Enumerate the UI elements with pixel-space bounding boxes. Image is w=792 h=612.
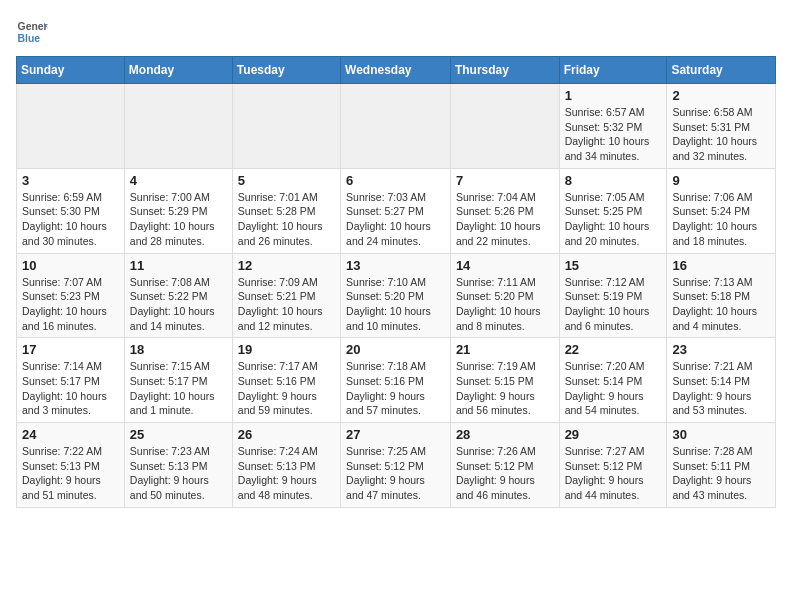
day-info: Sunrise: 7:14 AM Sunset: 5:17 PM Dayligh… [22, 359, 119, 418]
header-day-monday: Monday [124, 57, 232, 84]
calendar-week-3: 10Sunrise: 7:07 AM Sunset: 5:23 PM Dayli… [17, 253, 776, 338]
calendar-cell: 27Sunrise: 7:25 AM Sunset: 5:12 PM Dayli… [341, 423, 451, 508]
header-day-saturday: Saturday [667, 57, 776, 84]
day-info: Sunrise: 7:09 AM Sunset: 5:21 PM Dayligh… [238, 275, 335, 334]
day-number: 5 [238, 173, 335, 188]
day-info: Sunrise: 7:11 AM Sunset: 5:20 PM Dayligh… [456, 275, 554, 334]
calendar-cell: 1Sunrise: 6:57 AM Sunset: 5:32 PM Daylig… [559, 84, 667, 169]
day-number: 11 [130, 258, 227, 273]
calendar-cell: 7Sunrise: 7:04 AM Sunset: 5:26 PM Daylig… [450, 168, 559, 253]
calendar-cell: 6Sunrise: 7:03 AM Sunset: 5:27 PM Daylig… [341, 168, 451, 253]
day-number: 2 [672, 88, 770, 103]
calendar-cell: 2Sunrise: 6:58 AM Sunset: 5:31 PM Daylig… [667, 84, 776, 169]
day-info: Sunrise: 6:57 AM Sunset: 5:32 PM Dayligh… [565, 105, 662, 164]
calendar-body: 1Sunrise: 6:57 AM Sunset: 5:32 PM Daylig… [17, 84, 776, 508]
day-info: Sunrise: 6:58 AM Sunset: 5:31 PM Dayligh… [672, 105, 770, 164]
day-number: 12 [238, 258, 335, 273]
day-number: 21 [456, 342, 554, 357]
day-info: Sunrise: 7:21 AM Sunset: 5:14 PM Dayligh… [672, 359, 770, 418]
day-info: Sunrise: 7:17 AM Sunset: 5:16 PM Dayligh… [238, 359, 335, 418]
calendar-cell [341, 84, 451, 169]
day-info: Sunrise: 7:05 AM Sunset: 5:25 PM Dayligh… [565, 190, 662, 249]
day-number: 23 [672, 342, 770, 357]
day-number: 17 [22, 342, 119, 357]
day-number: 1 [565, 88, 662, 103]
day-info: Sunrise: 7:13 AM Sunset: 5:18 PM Dayligh… [672, 275, 770, 334]
calendar-week-1: 1Sunrise: 6:57 AM Sunset: 5:32 PM Daylig… [17, 84, 776, 169]
day-info: Sunrise: 7:18 AM Sunset: 5:16 PM Dayligh… [346, 359, 445, 418]
calendar-week-2: 3Sunrise: 6:59 AM Sunset: 5:30 PM Daylig… [17, 168, 776, 253]
day-info: Sunrise: 7:10 AM Sunset: 5:20 PM Dayligh… [346, 275, 445, 334]
day-info: Sunrise: 7:00 AM Sunset: 5:29 PM Dayligh… [130, 190, 227, 249]
calendar-cell: 13Sunrise: 7:10 AM Sunset: 5:20 PM Dayli… [341, 253, 451, 338]
calendar-cell: 14Sunrise: 7:11 AM Sunset: 5:20 PM Dayli… [450, 253, 559, 338]
day-number: 24 [22, 427, 119, 442]
calendar-cell: 22Sunrise: 7:20 AM Sunset: 5:14 PM Dayli… [559, 338, 667, 423]
day-info: Sunrise: 7:15 AM Sunset: 5:17 PM Dayligh… [130, 359, 227, 418]
day-info: Sunrise: 7:24 AM Sunset: 5:13 PM Dayligh… [238, 444, 335, 503]
day-number: 20 [346, 342, 445, 357]
day-info: Sunrise: 7:07 AM Sunset: 5:23 PM Dayligh… [22, 275, 119, 334]
day-number: 7 [456, 173, 554, 188]
header-day-sunday: Sunday [17, 57, 125, 84]
day-number: 18 [130, 342, 227, 357]
day-number: 13 [346, 258, 445, 273]
calendar-cell [232, 84, 340, 169]
calendar-cell: 9Sunrise: 7:06 AM Sunset: 5:24 PM Daylig… [667, 168, 776, 253]
day-number: 9 [672, 173, 770, 188]
calendar-cell: 25Sunrise: 7:23 AM Sunset: 5:13 PM Dayli… [124, 423, 232, 508]
day-info: Sunrise: 6:59 AM Sunset: 5:30 PM Dayligh… [22, 190, 119, 249]
day-number: 26 [238, 427, 335, 442]
day-number: 19 [238, 342, 335, 357]
day-number: 6 [346, 173, 445, 188]
calendar-cell: 5Sunrise: 7:01 AM Sunset: 5:28 PM Daylig… [232, 168, 340, 253]
day-info: Sunrise: 7:19 AM Sunset: 5:15 PM Dayligh… [456, 359, 554, 418]
calendar-cell: 16Sunrise: 7:13 AM Sunset: 5:18 PM Dayli… [667, 253, 776, 338]
day-info: Sunrise: 7:04 AM Sunset: 5:26 PM Dayligh… [456, 190, 554, 249]
calendar-cell: 17Sunrise: 7:14 AM Sunset: 5:17 PM Dayli… [17, 338, 125, 423]
day-number: 15 [565, 258, 662, 273]
day-info: Sunrise: 7:22 AM Sunset: 5:13 PM Dayligh… [22, 444, 119, 503]
calendar-cell: 28Sunrise: 7:26 AM Sunset: 5:12 PM Dayli… [450, 423, 559, 508]
calendar-week-5: 24Sunrise: 7:22 AM Sunset: 5:13 PM Dayli… [17, 423, 776, 508]
header-day-friday: Friday [559, 57, 667, 84]
day-info: Sunrise: 7:03 AM Sunset: 5:27 PM Dayligh… [346, 190, 445, 249]
calendar-cell: 30Sunrise: 7:28 AM Sunset: 5:11 PM Dayli… [667, 423, 776, 508]
header-day-thursday: Thursday [450, 57, 559, 84]
day-info: Sunrise: 7:28 AM Sunset: 5:11 PM Dayligh… [672, 444, 770, 503]
day-number: 4 [130, 173, 227, 188]
calendar-cell: 20Sunrise: 7:18 AM Sunset: 5:16 PM Dayli… [341, 338, 451, 423]
calendar-cell: 8Sunrise: 7:05 AM Sunset: 5:25 PM Daylig… [559, 168, 667, 253]
day-number: 30 [672, 427, 770, 442]
day-info: Sunrise: 7:08 AM Sunset: 5:22 PM Dayligh… [130, 275, 227, 334]
day-info: Sunrise: 7:06 AM Sunset: 5:24 PM Dayligh… [672, 190, 770, 249]
logo-icon: General Blue [16, 16, 48, 48]
calendar-cell: 24Sunrise: 7:22 AM Sunset: 5:13 PM Dayli… [17, 423, 125, 508]
logo: General Blue [16, 16, 52, 48]
day-info: Sunrise: 7:26 AM Sunset: 5:12 PM Dayligh… [456, 444, 554, 503]
header: General Blue [16, 16, 776, 48]
calendar-cell: 11Sunrise: 7:08 AM Sunset: 5:22 PM Dayli… [124, 253, 232, 338]
day-number: 27 [346, 427, 445, 442]
calendar-cell: 21Sunrise: 7:19 AM Sunset: 5:15 PM Dayli… [450, 338, 559, 423]
calendar-cell: 19Sunrise: 7:17 AM Sunset: 5:16 PM Dayli… [232, 338, 340, 423]
day-number: 8 [565, 173, 662, 188]
svg-text:General: General [18, 21, 48, 32]
svg-text:Blue: Blue [18, 33, 41, 44]
day-number: 29 [565, 427, 662, 442]
calendar-cell: 29Sunrise: 7:27 AM Sunset: 5:12 PM Dayli… [559, 423, 667, 508]
day-info: Sunrise: 7:01 AM Sunset: 5:28 PM Dayligh… [238, 190, 335, 249]
calendar-cell: 10Sunrise: 7:07 AM Sunset: 5:23 PM Dayli… [17, 253, 125, 338]
day-info: Sunrise: 7:20 AM Sunset: 5:14 PM Dayligh… [565, 359, 662, 418]
calendar-cell: 3Sunrise: 6:59 AM Sunset: 5:30 PM Daylig… [17, 168, 125, 253]
day-info: Sunrise: 7:23 AM Sunset: 5:13 PM Dayligh… [130, 444, 227, 503]
day-number: 10 [22, 258, 119, 273]
calendar-cell [450, 84, 559, 169]
calendar-cell: 12Sunrise: 7:09 AM Sunset: 5:21 PM Dayli… [232, 253, 340, 338]
calendar-cell: 26Sunrise: 7:24 AM Sunset: 5:13 PM Dayli… [232, 423, 340, 508]
day-number: 28 [456, 427, 554, 442]
calendar-cell: 15Sunrise: 7:12 AM Sunset: 5:19 PM Dayli… [559, 253, 667, 338]
day-number: 25 [130, 427, 227, 442]
day-number: 3 [22, 173, 119, 188]
header-row: SundayMondayTuesdayWednesdayThursdayFrid… [17, 57, 776, 84]
